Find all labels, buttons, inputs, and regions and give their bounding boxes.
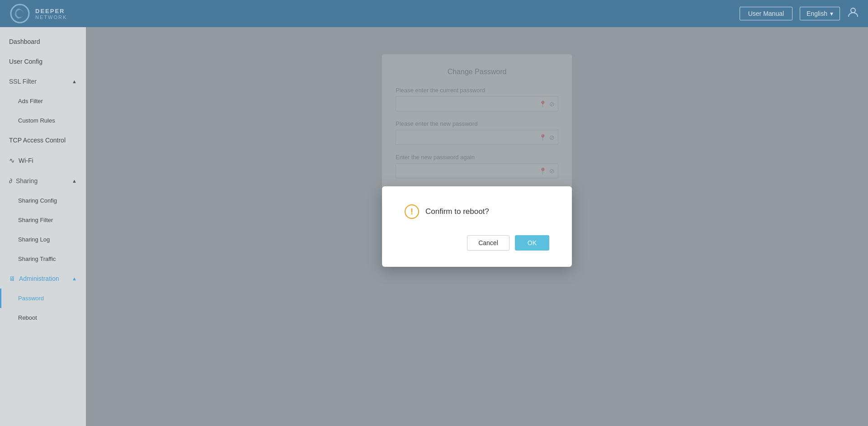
sidebar-item-wifi[interactable]: ∿ Wi-Fi xyxy=(0,150,86,171)
sidebar-item-ads-filter[interactable]: Ads Filter xyxy=(0,91,86,111)
sidebar-item-sharing-config[interactable]: Sharing Config xyxy=(0,191,86,210)
monitor-icon: 🖥 xyxy=(9,275,15,282)
sidebar-item-ssl-filter[interactable]: SSL Filter ▲ xyxy=(0,71,86,91)
chevron-up-icon: ▲ xyxy=(72,79,77,84)
sidebar-item-password[interactable]: Password xyxy=(0,289,86,308)
svg-point-2 xyxy=(851,8,855,13)
chevron-up-icon-admin: ▲ xyxy=(72,276,77,281)
app-header: DEEPER NETWORK User Manual English ▾ xyxy=(0,0,868,27)
header-right: User Manual English ▾ xyxy=(740,6,859,21)
svg-point-1 xyxy=(16,10,24,17)
sidebar-item-tcp-access-control[interactable]: TCP Access Control xyxy=(0,130,86,150)
dialog-message: Confirm to reboot? xyxy=(425,207,489,216)
content-area: Change Password Please enter the current… xyxy=(86,27,868,426)
chevron-down-icon: ▾ xyxy=(830,10,833,17)
sidebar-item-custom-rules[interactable]: Custom Rules xyxy=(0,111,86,130)
logo-text: DEEPER NETWORK xyxy=(35,8,67,20)
confirm-reboot-dialog: ! Confirm to reboot? Cancel OK xyxy=(382,186,572,267)
sidebar-item-sharing-traffic[interactable]: Sharing Traffic xyxy=(0,249,86,269)
sidebar-item-sharing[interactable]: ∂ Sharing ▲ xyxy=(0,171,86,191)
sidebar-item-user-config[interactable]: User Config xyxy=(0,52,86,71)
share-icon: ∂ xyxy=(9,177,12,185)
logo-icon xyxy=(9,3,31,24)
dialog-actions: Cancel OK xyxy=(405,235,549,251)
sidebar-item-reboot[interactable]: Reboot xyxy=(0,308,86,327)
language-selector[interactable]: English ▾ xyxy=(800,7,840,20)
wifi-icon: ∿ xyxy=(9,156,15,165)
sidebar-item-sharing-filter[interactable]: Sharing Filter xyxy=(0,210,86,230)
user-account-button[interactable] xyxy=(847,6,859,21)
chevron-up-icon-sharing: ▲ xyxy=(72,178,77,184)
sidebar-item-sharing-log[interactable]: Sharing Log xyxy=(0,230,86,249)
sidebar-item-administration[interactable]: 🖥 Administration ▲ xyxy=(0,269,86,289)
dialog-content: ! Confirm to reboot? xyxy=(405,204,549,219)
dialog-cancel-button[interactable]: Cancel xyxy=(467,235,509,251)
dialog-ok-button[interactable]: OK xyxy=(515,235,549,251)
logo-area: DEEPER NETWORK xyxy=(9,3,67,24)
warning-icon: ! xyxy=(405,204,419,219)
main-layout: Dashboard User Config SSL Filter ▲ Ads F… xyxy=(0,27,868,426)
modal-overlay: ! Confirm to reboot? Cancel OK xyxy=(86,27,868,426)
sidebar-item-dashboard[interactable]: Dashboard xyxy=(0,32,86,52)
sidebar: Dashboard User Config SSL Filter ▲ Ads F… xyxy=(0,27,86,426)
user-manual-button[interactable]: User Manual xyxy=(740,7,793,20)
